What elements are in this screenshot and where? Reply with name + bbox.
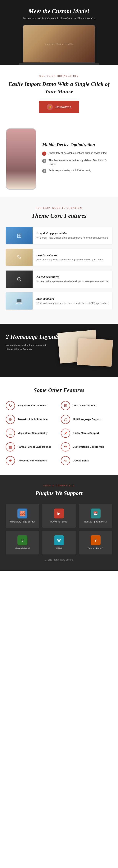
- feat-item-shortcodes: ⊞ Lots of Shortcodes: [61, 401, 112, 410]
- plugin-icon-cf7: 7: [91, 535, 100, 545]
- feat-item-fontello: ★ Awesome Fontello Icons: [6, 456, 57, 465]
- feature-img-inner-4: 💻: [6, 292, 33, 310]
- feat-label-multilang: Multi Language Support: [73, 418, 101, 421]
- mobile-content: Mobile Device Optimization 1 Absolutely …: [42, 142, 112, 176]
- feature-text-1: Drag & drop page builder WPBakery Page B…: [36, 229, 112, 242]
- feature-num-3: 3: [42, 169, 47, 173]
- feat-item-text-megamenu: Mega Menu Compatibility: [18, 432, 48, 435]
- plugins-more: ... and many more others: [6, 558, 112, 561]
- feat-item-easy-updates: ↻ Easy Automatic Updates: [6, 401, 57, 410]
- feat-label-sticky: Sticky Menus Support: [73, 432, 99, 434]
- mobile-title: Mobile Device Optimization: [42, 142, 112, 147]
- laptop-screen-text: CUSTOM MADE THEME: [45, 43, 73, 45]
- feature-deco-4: 💻: [15, 297, 23, 305]
- feature-text-2: Easy to customize Awesome easy-to-use op…: [36, 251, 112, 264]
- feat-label-fontello: Awesome Fontello Icons: [18, 459, 47, 462]
- plugin-icon-essentialgrid: #: [18, 535, 27, 545]
- feat-icon-multilang: ◎: [61, 415, 70, 424]
- layouts-section: 2 Homepage Layouts We create several uni…: [0, 324, 118, 377]
- feat-item-sticky: 📌 Sticky Menus Support: [61, 429, 112, 438]
- feat-icon-shortcodes: ⊞: [61, 401, 70, 410]
- feat-item-text-multilang: Multi Language Support: [73, 418, 101, 421]
- feat-icon-megamenu: ☰: [6, 429, 15, 438]
- feat-icon-admin: ⚙: [6, 415, 15, 424]
- plugin-wpml: W WPML: [42, 531, 76, 554]
- plugins-section: FREE & COMPATIBLE Plugins We Support 🧱 W…: [0, 475, 118, 571]
- laptop-base: [19, 63, 99, 65]
- layouts-title: 2 Homepage Layouts: [6, 333, 112, 340]
- mobile-feature-text-2: The theme uses mobile friendly sliders: …: [49, 158, 112, 166]
- laptop-screen: CUSTOM MADE THEME: [23, 25, 95, 62]
- feat-icon-parallax: ▦: [6, 442, 15, 452]
- plugin-cf7: 7 Contact Form 7: [79, 531, 112, 554]
- mobile-feature-1: 1 Absolutely all scrollable sections sup…: [42, 151, 112, 156]
- plugin-booked: 📅 Booked Appointments: [79, 504, 112, 528]
- feat-label-googlefonts: Google Fonts: [73, 459, 89, 462]
- feat-item-googlefonts: Aa Google Fonts: [61, 456, 112, 465]
- feat-item-megamenu: ☰ Mega Menu Compatibility: [6, 429, 57, 438]
- oneclick-label: ONE CLICK INSTALLATION: [4, 75, 114, 77]
- hero-section: Meet the Custom Made! An awesome user fr…: [0, 0, 118, 65]
- install-button-label: Installation: [55, 105, 71, 109]
- mobile-feature-text-1: Absolutely all scrollable sections suppo…: [49, 151, 107, 155]
- mobile-feature-3: 3 Fully responsive layout & Retina ready: [42, 168, 112, 173]
- core-features-label: FOR EASY WEBSITE CREATION: [6, 207, 112, 209]
- plugin-icon-wpbakery: 🧱: [18, 508, 27, 519]
- plugins-title: Plugins We Support: [6, 490, 112, 496]
- phone-mockup: [6, 128, 36, 190]
- plugin-icon-wpml: W: [54, 535, 64, 545]
- plugin-label-wpbakery: WPBakery Page Builder: [10, 520, 35, 523]
- plugin-icon-booked: 📅: [91, 508, 100, 519]
- feature-row-1: ⊞ Drag & drop page builder WPBakery Page…: [6, 227, 112, 244]
- feat-icon-fontello: ★: [6, 456, 15, 465]
- feature-deco-2: ✎: [17, 254, 22, 261]
- feature-desc-1: WPBakery Page Builder offers amazing too…: [36, 236, 109, 240]
- feature-img-4: 💻: [6, 292, 33, 310]
- other-features-section: Some Other Features ↻ Easy Automatic Upd…: [0, 377, 118, 475]
- feature-row-2: ✎ Easy to customize Awesome easy-to-use …: [6, 249, 112, 266]
- mobile-section: Mobile Device Optimization 1 Absolutely …: [0, 121, 118, 197]
- feature-title-2: Easy to customize: [36, 253, 109, 257]
- core-features-title: Theme Core Features: [6, 212, 112, 219]
- feat-label-parallax: Parallax Effect Backgrounds: [18, 445, 51, 448]
- feature-num-2: 2: [42, 159, 47, 163]
- features-grid: ↻ Easy Automatic Updates ⊞ Lots of Short…: [6, 401, 112, 465]
- feat-item-parallax: ▦ Parallax Effect Backgrounds: [6, 442, 57, 452]
- feat-label-admin: Powerful Admin Interface: [18, 418, 48, 421]
- laptop-mockup: CUSTOM MADE THEME: [23, 25, 95, 63]
- feature-title-4: SEO optimized: [36, 297, 109, 300]
- mobile-feature-text-3: Fully responsive layout & Retina ready: [49, 168, 91, 173]
- plugin-essentialgrid: # Essential Grid: [6, 531, 39, 554]
- oneclick-section: ONE CLICK INSTALLATION Easily Import Dem…: [0, 65, 118, 121]
- phone-screen: [6, 129, 36, 189]
- feature-img-2: ✎: [6, 249, 33, 266]
- plugin-label-cf7: Contact Form 7: [88, 547, 104, 550]
- feat-label-easy-updates: Easy Automatic Updates: [18, 404, 47, 407]
- feature-deco-1: ⊞: [17, 232, 22, 239]
- feat-item-multilang: ◎ Multi Language Support: [61, 415, 112, 424]
- install-button[interactable]: ⚡ Installation: [39, 101, 79, 113]
- oneclick-title: Easily Import Demo With a Single Click o…: [4, 80, 114, 95]
- core-features-section: FOR EASY WEBSITE CREATION Theme Core Fea…: [0, 197, 118, 324]
- feature-img-inner-2: ✎: [6, 249, 33, 266]
- feat-icon-googlefonts: Aa: [61, 456, 70, 465]
- other-features-title: Some Other Features: [6, 387, 112, 393]
- plugin-icon-revolution: ▶: [54, 508, 64, 519]
- feature-img-3: ⊘: [6, 271, 33, 288]
- feature-desc-4: HTML code integrated into the theme meet…: [36, 302, 109, 305]
- preview-card-2: [77, 338, 113, 367]
- plugins-grid: 🧱 WPBakery Page Builder ▶ Revolution Sli…: [6, 504, 112, 554]
- feat-label-map: Customizable Google Map: [73, 445, 104, 448]
- layouts-desc: We create several unique demos with diff…: [6, 343, 48, 351]
- feat-label-megamenu: Mega Menu Compatibility: [18, 432, 48, 434]
- plugin-label-essentialgrid: Essential Grid: [15, 547, 30, 550]
- feature-row-4: 💻 SEO optimized HTML code integrated int…: [6, 292, 112, 310]
- feat-item-text-sticky: Sticky Menus Support: [73, 432, 99, 435]
- feature-num-1: 1: [42, 152, 47, 156]
- feature-text-3: No coding required No need to be a profe…: [36, 273, 112, 286]
- feat-icon-sticky: 📌: [61, 429, 70, 438]
- feature-title-3: No coding required: [36, 275, 109, 279]
- hero-title: Meet the Custom Made!: [4, 8, 114, 15]
- feature-desc-3: No need to be a professional web develop…: [36, 280, 109, 283]
- feat-label-shortcodes: Lots of Shortcodes: [73, 404, 95, 407]
